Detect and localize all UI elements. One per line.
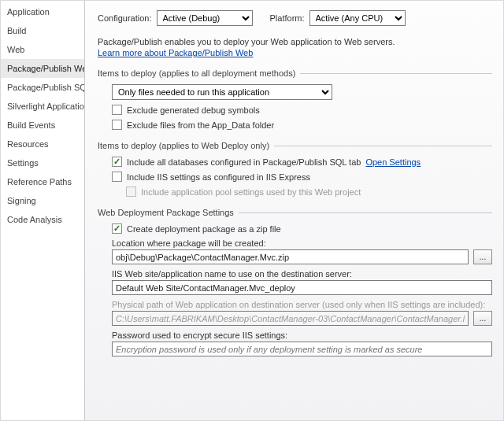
open-settings-link[interactable]: Open Settings xyxy=(365,157,421,167)
include-iis-checkbox[interactable] xyxy=(112,172,122,182)
group-package-settings: Web Deployment Package Settings Create d… xyxy=(98,208,492,356)
sidebar-item-reference-paths[interactable]: Reference Paths xyxy=(1,172,84,191)
platform-select[interactable]: Active (Any CPU) xyxy=(309,10,406,26)
divider xyxy=(239,212,492,213)
sidebar-item-label: Package/Publish Web xyxy=(7,64,84,73)
sidebar-item-label: Silverlight Applications xyxy=(7,102,84,111)
platform-label: Platform: xyxy=(270,13,305,23)
sidebar-item-label: Signing xyxy=(7,196,36,205)
create-zip-label: Create deployment package as a zip file xyxy=(127,224,281,234)
exclude-debug-checkbox[interactable] xyxy=(112,105,122,115)
sidebar-item-label: Web xyxy=(7,45,24,54)
sidebar-item-label: Build xyxy=(7,26,26,35)
learn-more-link[interactable]: Learn more about Package/Publish Web xyxy=(98,48,253,57)
include-databases-checkbox[interactable] xyxy=(112,157,122,167)
project-properties-panel: Application Build Web Package/Publish We… xyxy=(0,0,504,421)
sidebar-item-application[interactable]: Application xyxy=(1,2,84,21)
sidebar-item-package-publish-sql[interactable]: Package/Publish SQL xyxy=(1,78,84,97)
sidebar: Application Build Web Package/Publish We… xyxy=(1,1,85,420)
physical-path-input xyxy=(112,311,469,326)
sidebar-item-silverlight-applications[interactable]: Silverlight Applications xyxy=(1,97,84,116)
sidebar-item-signing[interactable]: Signing xyxy=(1,191,84,210)
configuration-select[interactable]: Active (Debug) xyxy=(157,10,253,26)
sidebar-item-label: Settings xyxy=(7,158,39,168)
exclude-appdata-label: Exclude files from the App_Data folder xyxy=(127,120,274,130)
location-input[interactable] xyxy=(112,249,469,264)
intro-text: Package/Publish enables you to deploy yo… xyxy=(98,37,492,46)
sidebar-item-package-publish-web[interactable]: Package/Publish Web xyxy=(1,59,84,78)
location-label: Location where package will be created: xyxy=(112,238,492,248)
exclude-debug-label: Exclude generated debug symbols xyxy=(127,105,260,115)
sidebar-item-label: Reference Paths xyxy=(7,177,72,186)
include-apppool-label: Include application pool settings used b… xyxy=(141,187,361,197)
include-apppool-checkbox xyxy=(126,186,136,197)
items-to-deploy-select[interactable]: Only files needed to run this applicatio… xyxy=(112,84,332,100)
create-zip-checkbox[interactable] xyxy=(112,223,122,234)
group-title: Items to deploy (applies to all deployme… xyxy=(98,68,295,78)
group-deploy-all: Items to deploy (applies to all deployme… xyxy=(98,68,492,130)
sidebar-item-label: Code Analysis xyxy=(7,215,62,224)
iis-name-input[interactable] xyxy=(112,280,492,295)
divider xyxy=(274,146,492,146)
group-deploy-web: Items to deploy (applies to Web Deploy o… xyxy=(98,141,492,197)
location-browse-button[interactable]: ... xyxy=(473,249,492,264)
sidebar-item-resources[interactable]: Resources xyxy=(1,135,84,153)
sidebar-item-code-analysis[interactable]: Code Analysis xyxy=(1,210,84,229)
iis-name-label: IIS Web site/application name to use on … xyxy=(112,269,492,279)
sidebar-item-label: Package/Publish SQL xyxy=(7,83,84,92)
sidebar-item-label: Resources xyxy=(7,139,49,149)
config-row: Configuration: Active (Debug) Platform: … xyxy=(98,10,492,26)
sidebar-item-label: Build Events xyxy=(7,120,55,130)
physical-path-label: Physical path of Web application on dest… xyxy=(112,300,492,309)
configuration-label: Configuration: xyxy=(98,13,152,23)
main-panel: Configuration: Active (Debug) Platform: … xyxy=(85,1,503,420)
include-databases-label: Include all databases configured in Pack… xyxy=(127,157,361,167)
password-input[interactable] xyxy=(112,342,492,356)
physical-path-browse-button[interactable]: ... xyxy=(473,311,492,326)
sidebar-item-label: Application xyxy=(7,7,50,17)
sidebar-item-web[interactable]: Web xyxy=(1,40,84,59)
divider xyxy=(300,73,492,74)
password-label: Password used to encrypt secure IIS sett… xyxy=(112,331,492,340)
exclude-appdata-checkbox[interactable] xyxy=(112,120,122,130)
sidebar-item-build-events[interactable]: Build Events xyxy=(1,116,84,135)
sidebar-item-settings[interactable]: Settings xyxy=(1,153,84,172)
include-iis-label: Include IIS settings as configured in II… xyxy=(127,172,310,182)
group-title: Web Deployment Package Settings xyxy=(98,208,234,217)
group-title: Items to deploy (applies to Web Deploy o… xyxy=(98,141,269,150)
sidebar-item-build[interactable]: Build xyxy=(1,21,84,40)
